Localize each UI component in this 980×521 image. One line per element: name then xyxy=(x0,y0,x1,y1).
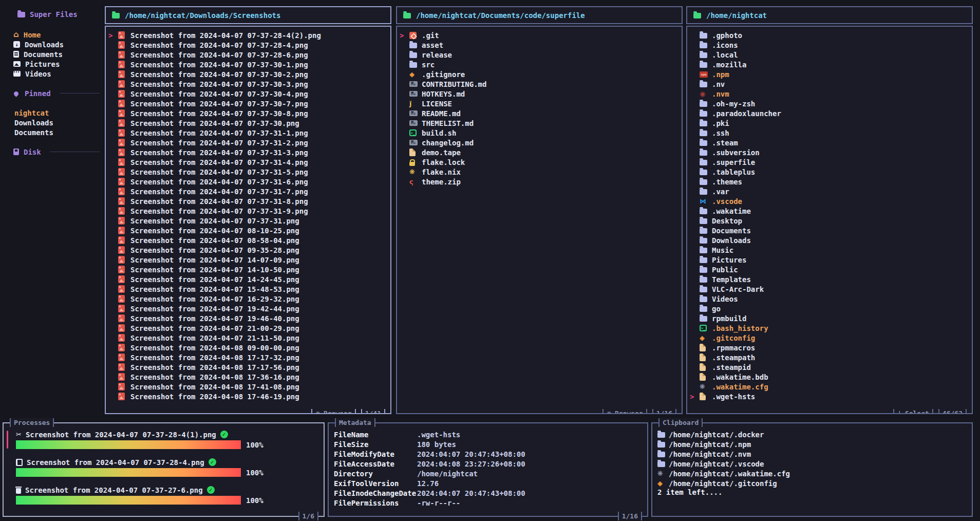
file-row[interactable]: VLC-Arc-Dark xyxy=(687,284,972,294)
file-row[interactable]: Pictures xyxy=(687,255,972,265)
file-row[interactable]: Downloads xyxy=(687,235,972,245)
file-row[interactable]: Screenshot from 2024-04-07 07-37-31-3.pn… xyxy=(106,147,390,157)
file-row[interactable]: Screenshot from 2024-04-07 14-07-09.png xyxy=(106,255,390,265)
file-row[interactable]: Screenshot from 2024-04-08 17-46-19.png xyxy=(106,392,390,401)
file-row[interactable]: go xyxy=(687,304,972,313)
file-row[interactable]: ❋.wakatime.cfg xyxy=(687,382,972,392)
file-row[interactable]: Screenshot from 2024-04-08 17-17-32.png xyxy=(106,352,390,362)
file-row[interactable]: Documents xyxy=(687,226,972,235)
file-row[interactable]: Screenshot from 2024-04-08 17-41-08.png xyxy=(106,382,390,392)
file-row[interactable]: Screenshot from 2024-04-08 17-36-16.png xyxy=(106,372,390,382)
file-row[interactable]: ⋈.vscode xyxy=(687,196,972,206)
file-row[interactable]: .wakatime xyxy=(687,206,972,216)
file-row[interactable]: Screenshot from 2024-04-07 07-37-28-4.pn… xyxy=(106,40,390,50)
sidebar-item-documents[interactable]: Documents xyxy=(13,49,101,59)
file-row[interactable]: Screenshot from 2024-04-07 07-37-31-2.pn… xyxy=(106,138,390,147)
file-row[interactable]: .superfile xyxy=(687,157,972,167)
sidebar-pinned-documents[interactable]: Documents xyxy=(13,127,101,137)
file-row[interactable]: Screenshot from 2024-04-07 07-37-30.png xyxy=(106,118,390,128)
file-row[interactable]: ◉.nvm xyxy=(687,89,972,99)
file-row[interactable]: asset xyxy=(397,40,682,50)
process-item[interactable]: Screenshot from 2024-04-07 07-37-28-4.pn… xyxy=(10,457,324,477)
file-row[interactable]: Screenshot from 2024-04-07 09-35-28.png xyxy=(106,245,390,255)
file-row[interactable]: Screenshot from 2024-04-07 07-37-30-3.pn… xyxy=(106,79,390,89)
file-row[interactable]: >.git xyxy=(397,30,682,40)
metadata-list[interactable]: FileName.wget-hstsFileSize180 bytesFileM… xyxy=(329,423,647,508)
file-row[interactable]: Screenshot from 2024-04-07 07-37-30-4.pn… xyxy=(106,89,390,99)
file-row[interactable]: .steampath xyxy=(687,352,972,362)
file-row[interactable]: Screenshot from 2024-04-07 07-37-31-7.pn… xyxy=(106,187,390,196)
file-row[interactable]: changelog.md xyxy=(397,138,682,147)
file-row[interactable]: Screenshot from 2024-04-07 07-37-30-2.pn… xyxy=(106,69,390,79)
file-row[interactable]: Screenshot from 2024-04-07 21-00-29.png xyxy=(106,323,390,333)
file-list[interactable]: .gphoto.icons.local.mozilla.npm.nv◉.nvm.… xyxy=(686,26,973,414)
file-row[interactable]: .npm xyxy=(687,69,972,79)
file-row[interactable]: .ssh xyxy=(687,128,972,138)
file-row[interactable]: >.wget-hsts xyxy=(687,392,972,401)
file-row[interactable]: rpmbuild xyxy=(687,313,972,323)
process-item[interactable]: Screenshot from 2024-04-07 07-37-27-6.pn… xyxy=(10,485,324,505)
file-row[interactable]: Screenshot from 2024-04-07 19-46-40.png xyxy=(106,313,390,323)
file-row[interactable]: Screenshot from 2024-04-07 07-37-31-6.pn… xyxy=(106,177,390,187)
file-row[interactable]: release xyxy=(397,50,682,60)
file-row[interactable]: Public xyxy=(687,265,972,274)
sidebar-item-pictures[interactable]: Pictures xyxy=(13,59,101,69)
file-row[interactable]: .var xyxy=(687,187,972,196)
sidebar-item-downloads[interactable]: Downloads xyxy=(13,40,101,49)
file-row[interactable]: Templates xyxy=(687,274,972,284)
file-row[interactable]: Screenshot from 2024-04-07 14-10-50.png xyxy=(106,265,390,274)
file-row[interactable]: .gphoto xyxy=(687,30,972,40)
file-row[interactable]: .steam xyxy=(687,138,972,147)
file-row[interactable]: Music xyxy=(687,245,972,255)
file-row[interactable]: ◆.gitconfig xyxy=(687,333,972,343)
file-row[interactable]: Screenshot from 2024-04-07 07-37-30-1.pn… xyxy=(106,60,390,69)
file-list[interactable]: >.gitassetreleasesrc◆.gitignoreCONTRIBUT… xyxy=(396,26,683,414)
file-row[interactable]: Screenshot from 2024-04-07 19-42-44.png xyxy=(106,304,390,313)
file-row[interactable]: .rpmmacros xyxy=(687,343,972,352)
file-row[interactable]: ◆.gitignore xyxy=(397,69,682,79)
file-row[interactable]: Screenshot from 2024-04-07 07-37-31-9.pn… xyxy=(106,206,390,216)
sidebar-item-videos[interactable]: Videos xyxy=(13,69,101,79)
file-row[interactable]: Screenshot from 2024-04-07 07-37-30-7.pn… xyxy=(106,99,390,108)
file-row[interactable]: THEMELIST.md xyxy=(397,118,682,128)
file-row[interactable]: .mozilla xyxy=(687,60,972,69)
file-row[interactable]: Screenshot from 2024-04-07 07-37-30-8.pn… xyxy=(106,108,390,118)
file-row[interactable]: .paradoxlauncher xyxy=(687,108,972,118)
file-row[interactable]: .steampid xyxy=(687,362,972,372)
file-row[interactable]: src xyxy=(397,60,682,69)
file-row[interactable]: HOTKEYS.md xyxy=(397,89,682,99)
file-row[interactable]: Videos xyxy=(687,294,972,304)
file-row[interactable]: .local xyxy=(687,50,972,60)
file-row[interactable]: .oh-my-zsh xyxy=(687,99,972,108)
file-row[interactable]: .nv xyxy=(687,79,972,89)
file-row[interactable]: .bash_history xyxy=(687,323,972,333)
file-row[interactable]: Screenshot from 2024-04-07 15-48-53.png xyxy=(106,284,390,294)
sidebar-pinned-nightcat[interactable]: nightcat xyxy=(13,108,101,118)
file-row[interactable]: Screenshot from 2024-04-07 16-29-32.png xyxy=(106,294,390,304)
file-row[interactable]: ❋flake.nix xyxy=(397,167,682,177)
sidebar-item-home[interactable]: ⌂Home xyxy=(13,30,101,40)
file-row[interactable]: Screenshot from 2024-04-07 14-24-45.png xyxy=(106,274,390,284)
file-row[interactable]: Screenshot from 2024-04-07 07-37-31-5.pn… xyxy=(106,167,390,177)
sidebar-pinned-downloads[interactable]: Downloads xyxy=(13,118,101,127)
file-row[interactable]: .themes xyxy=(687,177,972,187)
file-row[interactable]: Screenshot from 2024-04-07 07-37-28-6.pn… xyxy=(106,50,390,60)
file-row[interactable]: Screenshot from 2024-04-07 07-37-31-8.pn… xyxy=(106,196,390,206)
file-row[interactable]: .pki xyxy=(687,118,972,128)
file-row[interactable]: Screenshot from 2024-04-07 21-11-50.png xyxy=(106,333,390,343)
file-row[interactable]: Screenshot from 2024-04-07 08-58-04.png xyxy=(106,235,390,245)
file-row[interactable]: Screenshot from 2024-04-07 08-10-25.png xyxy=(106,226,390,235)
file-row[interactable]: Desktop xyxy=(687,216,972,226)
file-row[interactable]: .wakatime.bdb xyxy=(687,372,972,382)
process-item[interactable]: ✂Screenshot from 2024-04-07 07-37-28-4(1… xyxy=(10,430,324,449)
file-row[interactable]: Screenshot from 2024-04-07 07-37-31-1.pn… xyxy=(106,128,390,138)
file-row[interactable]: README.md xyxy=(397,108,682,118)
file-row[interactable]: Screenshot from 2024-04-07 07-37-31-4.pn… xyxy=(106,157,390,167)
file-row[interactable]: ǰLICENSE xyxy=(397,99,682,108)
file-row[interactable]: .subversion xyxy=(687,147,972,157)
file-row[interactable]: >Screenshot from 2024-04-07 07-37-28-4(2… xyxy=(106,30,390,40)
file-row[interactable]: flake.lock xyxy=(397,157,682,167)
file-row[interactable]: demo.tape xyxy=(397,147,682,157)
file-row[interactable]: Screenshot from 2024-04-08 17-17-56.png xyxy=(106,362,390,372)
file-row[interactable]: .tableplus xyxy=(687,167,972,177)
